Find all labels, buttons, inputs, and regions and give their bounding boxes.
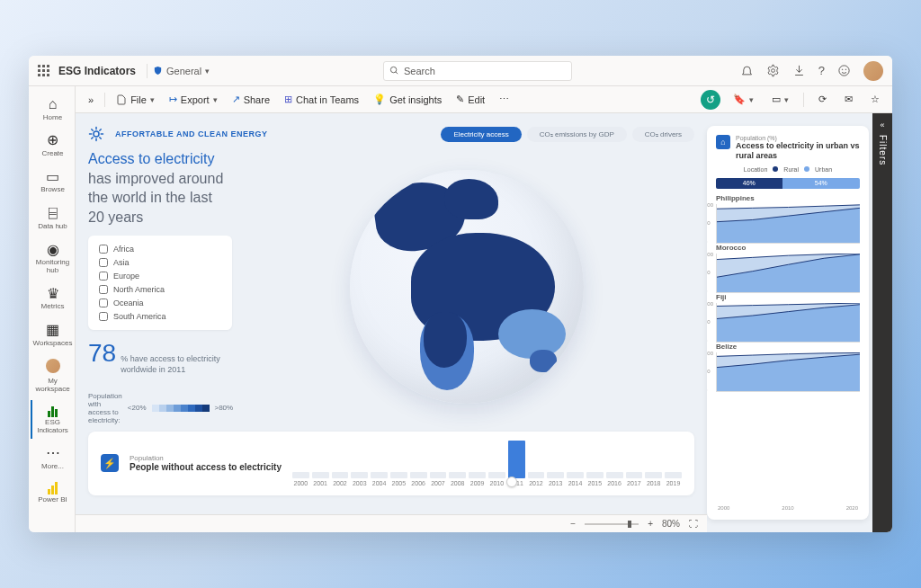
svg-line-14 bbox=[100, 129, 102, 131]
side-panel: ⌂ Population (%) Access to electricity i… bbox=[707, 126, 869, 520]
timeline-bar[interactable] bbox=[430, 472, 447, 478]
stacked-bar[interactable]: 46% 54% bbox=[716, 178, 860, 189]
edit-button[interactable]: ✎Edit bbox=[451, 91, 490, 108]
share-button[interactable]: ↗Share bbox=[227, 91, 275, 108]
notifications-icon[interactable] bbox=[740, 64, 754, 77]
timeline-bar[interactable] bbox=[606, 472, 623, 478]
timeline-bar[interactable] bbox=[332, 472, 349, 478]
bookmark-menu[interactable]: 🔖▾ bbox=[728, 91, 759, 108]
nav-monitoring[interactable]: ◉Monitoring hub bbox=[31, 237, 74, 280]
mini-chart[interactable]: Fiji 100500 bbox=[716, 293, 860, 343]
timeline-bar[interactable] bbox=[547, 472, 564, 478]
timeline-bar[interactable] bbox=[469, 472, 486, 478]
timeline-bar[interactable] bbox=[645, 472, 662, 478]
continent-checkbox[interactable]: Europe bbox=[99, 272, 221, 281]
fit-page-button[interactable]: ⛶ bbox=[689, 519, 698, 529]
world-map-visual[interactable] bbox=[350, 170, 584, 404]
help-icon[interactable]: ? bbox=[818, 64, 825, 77]
nav-more[interactable]: ⋯More... bbox=[31, 441, 74, 475]
settings-icon[interactable] bbox=[766, 64, 780, 77]
timeline-bar[interactable] bbox=[488, 472, 505, 478]
side-legend: Location Rural Urban bbox=[716, 166, 860, 173]
stat-number: 78 bbox=[88, 339, 116, 368]
nav-metrics[interactable]: ♛Metrics bbox=[31, 281, 74, 316]
timeline-bars[interactable] bbox=[292, 441, 682, 478]
timeline-bar[interactable] bbox=[567, 472, 584, 478]
nav-workspaces[interactable]: ▦Workspaces bbox=[31, 317, 74, 352]
zoom-in-button[interactable]: + bbox=[648, 519, 653, 529]
bulb-icon: 💡 bbox=[373, 94, 386, 105]
comment-button[interactable]: ✉ bbox=[839, 91, 858, 108]
continent-checkbox[interactable]: Asia bbox=[99, 258, 221, 267]
zoom-slider[interactable] bbox=[585, 523, 639, 525]
more-options-icon[interactable]: ⋯ bbox=[494, 91, 514, 108]
stat-text: % have access to electricity worldwide i… bbox=[121, 354, 232, 375]
plus-circle-icon: ⊕ bbox=[47, 132, 58, 148]
layout-icon: ▭ bbox=[772, 94, 781, 105]
svg-point-2 bbox=[771, 69, 774, 73]
svg-point-0 bbox=[390, 67, 396, 72]
refresh-button[interactable]: ⟳ bbox=[813, 91, 832, 108]
continent-filter[interactable]: AfricaAsiaEuropeNorth AmericaOceaniaSout… bbox=[88, 236, 232, 330]
continent-checkbox[interactable]: South America bbox=[99, 312, 221, 321]
shield-icon bbox=[153, 66, 163, 76]
zoom-out-button[interactable]: − bbox=[570, 519, 576, 529]
timeline-bar[interactable] bbox=[390, 472, 407, 478]
expand-pane-icon[interactable]: » bbox=[83, 92, 99, 108]
trophy-icon: ♛ bbox=[47, 286, 59, 302]
more-icon: ⋯ bbox=[46, 445, 60, 461]
chat-teams-button[interactable]: ⊞Chat in Teams bbox=[279, 91, 364, 108]
search-input[interactable]: Search bbox=[383, 61, 572, 81]
user-avatar[interactable] bbox=[863, 61, 883, 81]
nav-powerbi[interactable]: Power BI bbox=[31, 477, 74, 509]
report-tab[interactable]: CO₂ emissions by GDP bbox=[527, 127, 627, 142]
mini-chart[interactable]: Philippines 100500 bbox=[716, 194, 860, 244]
nav-myworkspace[interactable]: My workspace bbox=[31, 354, 74, 398]
home-icon[interactable]: ⌂ bbox=[716, 135, 730, 149]
continent-checkbox[interactable]: North America bbox=[99, 285, 221, 294]
timeline-bar[interactable] bbox=[626, 472, 643, 478]
app-launcher-icon[interactable] bbox=[38, 65, 49, 76]
timeline-bar[interactable] bbox=[371, 472, 388, 478]
file-menu[interactable]: File▾ bbox=[111, 92, 160, 108]
report-tab[interactable]: CO₂ drivers bbox=[632, 127, 694, 142]
timeline-bar[interactable] bbox=[351, 472, 368, 478]
nav-browse[interactable]: ▭Browse bbox=[31, 165, 74, 199]
home-icon: ⌂ bbox=[49, 96, 58, 112]
timeline-bar[interactable] bbox=[665, 472, 682, 478]
favorite-button[interactable]: ☆ bbox=[865, 91, 885, 108]
report-tab[interactable]: Electricity access bbox=[441, 127, 521, 142]
view-menu[interactable]: ▭▾ bbox=[766, 91, 794, 108]
headline-text: Access to electricity has improved aroun… bbox=[88, 149, 232, 227]
teams-icon: ⊞ bbox=[284, 94, 292, 105]
download-icon[interactable] bbox=[792, 64, 806, 77]
nav-home[interactable]: ⌂Home bbox=[31, 92, 74, 126]
share-icon: ↗ bbox=[232, 94, 240, 105]
workspace-selector[interactable]: General ▾ bbox=[147, 64, 215, 78]
mini-chart[interactable]: Morocco 100500 bbox=[716, 244, 860, 293]
reset-button[interactable]: ↺ bbox=[701, 90, 720, 110]
filters-pane-toggle[interactable]: « Filters bbox=[872, 113, 892, 532]
timeline-slider-handle[interactable] bbox=[506, 477, 517, 487]
insights-button[interactable]: 💡Get insights bbox=[368, 91, 447, 108]
export-menu[interactable]: ↦Export▾ bbox=[164, 91, 223, 108]
bar-chart-icon bbox=[48, 405, 58, 417]
feedback-icon[interactable] bbox=[837, 64, 851, 77]
timeline-bar[interactable] bbox=[528, 472, 545, 478]
timeline-bar[interactable] bbox=[449, 472, 466, 478]
timeline-bar[interactable] bbox=[586, 472, 604, 478]
continent-checkbox[interactable]: Africa bbox=[99, 245, 221, 254]
continent-checkbox[interactable]: Oceania bbox=[99, 298, 221, 307]
timeline-bar[interactable] bbox=[312, 472, 329, 478]
timeline-bar[interactable] bbox=[508, 441, 525, 478]
nav-create[interactable]: ⊕Create bbox=[31, 128, 74, 162]
nav-datahub[interactable]: ⌸Data hub bbox=[31, 200, 74, 235]
timeline-bar[interactable] bbox=[292, 472, 309, 478]
mini-chart[interactable]: Belize 100500 bbox=[716, 343, 860, 392]
svg-line-1 bbox=[396, 72, 398, 74]
nav-esg-indicators[interactable]: ESG Indicators bbox=[31, 400, 74, 440]
svg-point-6 bbox=[94, 131, 99, 137]
timeline-bar[interactable] bbox=[410, 472, 427, 478]
map-legend: Population with access to electricity: <… bbox=[88, 392, 232, 424]
svg-point-5 bbox=[845, 69, 846, 70]
